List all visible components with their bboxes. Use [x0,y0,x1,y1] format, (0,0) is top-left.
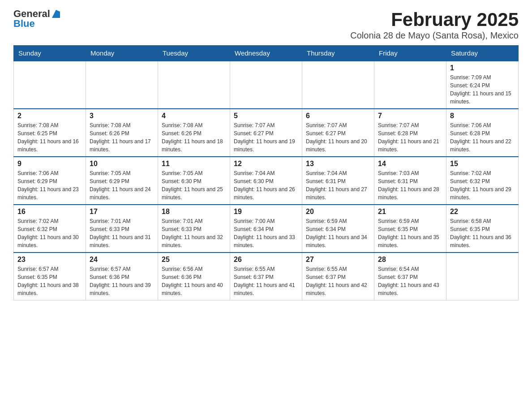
calendar-cell [374,61,446,109]
day-number: 8 [450,112,515,120]
calendar-header: Sunday Monday Tuesday Wednesday Thursday… [14,46,519,61]
calendar-cell [86,61,158,109]
day-info: Sunrise: 7:08 AM Sunset: 6:26 PM Dayligh… [90,121,154,154]
day-number: 27 [306,256,370,264]
day-number: 1 [450,64,515,72]
day-info: Sunrise: 7:07 AM Sunset: 6:28 PM Dayligh… [378,121,442,154]
calendar-cell: 14Sunrise: 7:03 AM Sunset: 6:31 PM Dayli… [374,157,446,205]
calendar-subtitle: Colonia 28 de Mayo (Santa Rosa), Mexico [350,30,519,41]
day-number: 10 [90,160,154,168]
day-info: Sunrise: 7:02 AM Sunset: 6:32 PM Dayligh… [17,217,82,249]
svg-marker-0 [52,10,60,18]
logo-blue-text: Blue [13,19,35,29]
calendar-cell [302,61,374,109]
day-number: 15 [450,160,515,168]
header-thursday: Thursday [302,46,374,61]
day-info: Sunrise: 6:59 AM Sunset: 6:34 PM Dayligh… [306,217,370,249]
day-info: Sunrise: 7:03 AM Sunset: 6:31 PM Dayligh… [378,169,442,201]
calendar-cell: 12Sunrise: 7:04 AM Sunset: 6:30 PM Dayli… [230,157,302,205]
day-info: Sunrise: 7:06 AM Sunset: 6:28 PM Dayligh… [450,121,515,154]
day-info: Sunrise: 6:54 AM Sunset: 6:37 PM Dayligh… [378,265,442,297]
day-number: 20 [306,208,370,216]
day-number: 9 [17,160,82,168]
calendar-cell: 23Sunrise: 6:57 AM Sunset: 6:35 PM Dayli… [14,253,86,300]
calendar-week-3: 9Sunrise: 7:06 AM Sunset: 6:29 PM Daylig… [14,157,519,205]
calendar-cell: 1Sunrise: 7:09 AM Sunset: 6:24 PM Daylig… [446,61,519,109]
calendar-week-2: 2Sunrise: 7:08 AM Sunset: 6:25 PM Daylig… [14,109,519,157]
day-info: Sunrise: 6:55 AM Sunset: 6:37 PM Dayligh… [234,265,298,297]
day-info: Sunrise: 7:08 AM Sunset: 6:25 PM Dayligh… [17,121,82,154]
day-number: 6 [306,112,370,120]
header-friday: Friday [374,46,446,61]
day-info: Sunrise: 7:09 AM Sunset: 6:24 PM Dayligh… [450,73,515,106]
calendar-cell [230,61,302,109]
day-number: 13 [306,160,370,168]
calendar-title: February 2025 [350,9,519,30]
calendar-week-1: 1Sunrise: 7:09 AM Sunset: 6:24 PM Daylig… [14,61,519,109]
calendar-cell: 22Sunrise: 6:58 AM Sunset: 6:35 PM Dayli… [446,205,519,253]
calendar-week-5: 23Sunrise: 6:57 AM Sunset: 6:35 PM Dayli… [14,253,519,300]
day-number: 19 [234,208,298,216]
day-info: Sunrise: 7:01 AM Sunset: 6:33 PM Dayligh… [162,217,226,249]
calendar-cell: 15Sunrise: 7:02 AM Sunset: 6:32 PM Dayli… [446,157,519,205]
day-info: Sunrise: 7:05 AM Sunset: 6:30 PM Dayligh… [162,169,226,201]
calendar-cell: 21Sunrise: 6:59 AM Sunset: 6:35 PM Dayli… [374,205,446,253]
calendar-table: Sunday Monday Tuesday Wednesday Thursday… [13,45,519,300]
calendar-cell: 7Sunrise: 7:07 AM Sunset: 6:28 PM Daylig… [374,109,446,157]
day-info: Sunrise: 6:59 AM Sunset: 6:35 PM Dayligh… [378,217,442,249]
calendar-cell: 17Sunrise: 7:01 AM Sunset: 6:33 PM Dayli… [86,205,158,253]
calendar-cell: 18Sunrise: 7:01 AM Sunset: 6:33 PM Dayli… [158,205,230,253]
day-number: 24 [90,256,154,264]
header-saturday: Saturday [446,46,519,61]
calendar-cell: 11Sunrise: 7:05 AM Sunset: 6:30 PM Dayli… [158,157,230,205]
calendar-cell: 27Sunrise: 6:55 AM Sunset: 6:37 PM Dayli… [302,253,374,300]
calendar-cell: 4Sunrise: 7:08 AM Sunset: 6:26 PM Daylig… [158,109,230,157]
logo-icon [51,9,61,19]
logo-general-text: General [13,9,50,19]
day-info: Sunrise: 7:06 AM Sunset: 6:29 PM Dayligh… [17,169,82,201]
calendar-cell: 26Sunrise: 6:55 AM Sunset: 6:37 PM Dayli… [230,253,302,300]
calendar-cell [14,61,86,109]
calendar-body: 1Sunrise: 7:09 AM Sunset: 6:24 PM Daylig… [14,61,519,300]
day-number: 21 [378,208,442,216]
calendar-cell: 13Sunrise: 7:04 AM Sunset: 6:31 PM Dayli… [302,157,374,205]
logo: General Blue [13,9,61,29]
page-header: General Blue February 2025 Colonia 28 de… [13,9,519,41]
calendar-cell [158,61,230,109]
day-info: Sunrise: 6:57 AM Sunset: 6:35 PM Dayligh… [17,265,82,297]
calendar-cell: 8Sunrise: 7:06 AM Sunset: 6:28 PM Daylig… [446,109,519,157]
day-number: 2 [17,112,82,120]
header-monday: Monday [86,46,158,61]
day-number: 12 [234,160,298,168]
day-number: 16 [17,208,82,216]
day-info: Sunrise: 6:58 AM Sunset: 6:35 PM Dayligh… [450,217,515,249]
day-number: 5 [234,112,298,120]
day-number: 11 [162,160,226,168]
day-number: 18 [162,208,226,216]
day-number: 7 [378,112,442,120]
day-number: 22 [450,208,515,216]
calendar-cell: 20Sunrise: 6:59 AM Sunset: 6:34 PM Dayli… [302,205,374,253]
day-number: 14 [378,160,442,168]
calendar-cell: 25Sunrise: 6:56 AM Sunset: 6:36 PM Dayli… [158,253,230,300]
day-info: Sunrise: 7:07 AM Sunset: 6:27 PM Dayligh… [306,121,370,154]
calendar-cell: 9Sunrise: 7:06 AM Sunset: 6:29 PM Daylig… [14,157,86,205]
day-info: Sunrise: 7:08 AM Sunset: 6:26 PM Dayligh… [162,121,226,154]
calendar-cell: 2Sunrise: 7:08 AM Sunset: 6:25 PM Daylig… [14,109,86,157]
header-wednesday: Wednesday [230,46,302,61]
calendar-week-4: 16Sunrise: 7:02 AM Sunset: 6:32 PM Dayli… [14,205,519,253]
calendar-cell: 19Sunrise: 7:00 AM Sunset: 6:34 PM Dayli… [230,205,302,253]
day-info: Sunrise: 7:07 AM Sunset: 6:27 PM Dayligh… [234,121,298,154]
day-info: Sunrise: 7:00 AM Sunset: 6:34 PM Dayligh… [234,217,298,249]
header-row: Sunday Monday Tuesday Wednesday Thursday… [14,46,519,61]
header-sunday: Sunday [14,46,86,61]
day-info: Sunrise: 7:05 AM Sunset: 6:29 PM Dayligh… [90,169,154,201]
day-number: 28 [378,256,442,264]
day-number: 3 [90,112,154,120]
day-info: Sunrise: 6:55 AM Sunset: 6:37 PM Dayligh… [306,265,370,297]
day-number: 25 [162,256,226,264]
calendar-cell: 6Sunrise: 7:07 AM Sunset: 6:27 PM Daylig… [302,109,374,157]
day-info: Sunrise: 7:01 AM Sunset: 6:33 PM Dayligh… [90,217,154,249]
title-block: February 2025 Colonia 28 de Mayo (Santa … [350,9,519,41]
day-info: Sunrise: 6:57 AM Sunset: 6:36 PM Dayligh… [90,265,154,297]
